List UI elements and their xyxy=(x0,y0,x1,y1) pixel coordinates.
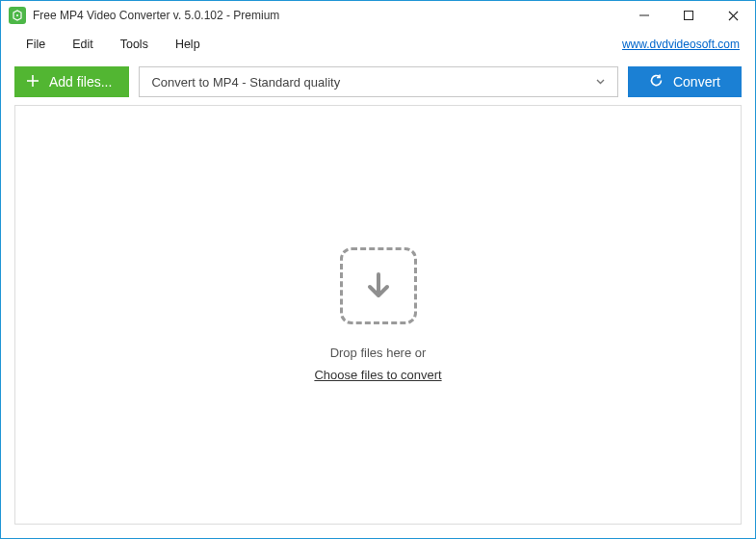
drop-text: Drop files here or xyxy=(330,346,427,360)
menu-help[interactable]: Help xyxy=(162,32,214,57)
minimize-button[interactable] xyxy=(622,1,666,30)
menu-tools[interactable]: Tools xyxy=(107,32,162,57)
website-link[interactable]: www.dvdvideosoft.com xyxy=(622,38,743,51)
convert-label: Convert xyxy=(673,74,720,90)
choose-files-link[interactable]: Choose files to convert xyxy=(314,368,441,382)
svg-rect-2 xyxy=(685,12,693,20)
arrow-down-icon xyxy=(359,267,398,305)
minimize-icon xyxy=(639,11,649,20)
maximize-button[interactable] xyxy=(666,1,711,30)
toolbar: Add files... Convert to MP4 - Standard q… xyxy=(1,59,755,105)
add-files-button[interactable]: Add files... xyxy=(14,66,129,97)
add-files-label: Add files... xyxy=(49,74,112,90)
titlebar: Free MP4 Video Converter v. 5.0.102 - Pr… xyxy=(1,1,755,30)
window-title: Free MP4 Video Converter v. 5.0.102 - Pr… xyxy=(33,9,622,22)
svg-point-0 xyxy=(16,14,18,16)
refresh-icon xyxy=(649,73,664,90)
convert-button[interactable]: Convert xyxy=(628,66,742,97)
window-controls xyxy=(622,1,755,30)
maximize-icon xyxy=(684,11,693,20)
dropzone[interactable]: Drop files here or Choose files to conve… xyxy=(14,105,742,525)
drop-target-icon xyxy=(340,247,417,324)
app-icon xyxy=(9,7,26,24)
menubar: File Edit Tools Help www.dvdvideosoft.co… xyxy=(1,30,755,59)
preset-select[interactable]: Convert to MP4 - Standard quality xyxy=(139,66,618,97)
plus-icon xyxy=(26,74,39,90)
chevron-down-icon xyxy=(595,75,606,90)
menu-edit[interactable]: Edit xyxy=(59,32,107,57)
menu-file[interactable]: File xyxy=(13,32,59,57)
close-button[interactable] xyxy=(711,1,755,30)
menu-items: File Edit Tools Help xyxy=(13,32,214,57)
app-window: Free MP4 Video Converter v. 5.0.102 - Pr… xyxy=(0,0,756,539)
preset-label: Convert to MP4 - Standard quality xyxy=(151,75,340,90)
close-icon xyxy=(728,11,739,21)
